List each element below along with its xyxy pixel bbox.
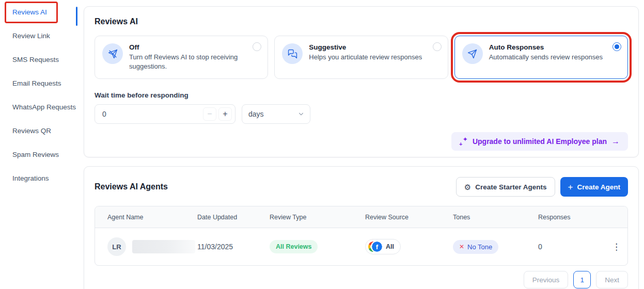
page-number-button[interactable]: 1 [573, 271, 591, 288]
chevron-down-icon [297, 110, 305, 118]
sidebar-item-spam-reviews[interactable]: Spam Reviews [12, 150, 78, 160]
create-starter-agents-button[interactable]: ⚙ Create Starter Agents [456, 177, 555, 197]
increment-button[interactable]: + [218, 107, 232, 121]
tone-value: No Tone [467, 243, 492, 251]
mode-description: Automatically sends review responses [489, 53, 616, 62]
sidebar-item-review-link[interactable]: Review Link [12, 31, 78, 41]
wait-time-controls: − + days [95, 104, 628, 124]
plus-icon: + [568, 183, 573, 191]
sidebar-item-sms-requests[interactable]: SMS Requests [12, 55, 78, 65]
review-source-value: All [386, 243, 394, 250]
active-section-indicator [76, 7, 77, 26]
decrement-button[interactable]: − [203, 107, 216, 121]
review-source-pill: f All [365, 239, 401, 254]
annotation-box-sidebar: Reviews AI [5, 2, 58, 23]
page-title: Reviews AI [95, 17, 628, 26]
sidebar-item-whatsapp-requests[interactable]: WhatsApp Requests [12, 102, 78, 113]
row-menu-kebab-icon[interactable]: ⋮ [608, 239, 625, 254]
col-date-updated: Date Updated [197, 214, 270, 221]
wait-time-input[interactable] [101, 109, 203, 119]
reviews-ai-agents-card: Reviews AI Agents ⚙ Create Starter Agent… [84, 166, 639, 289]
col-responses: Responses [538, 214, 605, 221]
col-review-type: Review Type [270, 214, 365, 221]
arrow-right-icon: → [611, 137, 620, 146]
wait-time-label: Wait time before responding [95, 91, 628, 99]
next-page-button[interactable]: Next [596, 271, 628, 288]
agents-title: Reviews AI Agents [95, 182, 168, 191]
upgrade-plan-button[interactable]: +✦ Upgrade to unlimited AI Employee plan… [451, 132, 628, 151]
agents-table-header: Agent Name Date Updated Review Type Revi… [95, 206, 627, 228]
mode-title: Suggestive [309, 43, 435, 51]
sparkle-icon: +✦ [460, 137, 468, 146]
previous-page-button[interactable]: Previous [524, 271, 569, 288]
mode-option-auto-responses[interactable]: Auto Responses Automatically sends revie… [454, 36, 628, 79]
mode-option-suggestive[interactable]: Suggestive Helps you articulate review r… [274, 36, 448, 79]
table-row[interactable]: LR 11/03/2025 All Reviews f All [95, 228, 627, 265]
sidebar-item-email-requests[interactable]: Email Requests [12, 78, 78, 89]
mode-description: Turn off Reviews AI to stop receiving su… [129, 53, 260, 71]
responses-value: 0 [538, 243, 605, 251]
wait-time-unit-select[interactable]: days [242, 104, 310, 124]
facebook-icon: f [372, 242, 382, 252]
radio-suggestive[interactable] [433, 42, 442, 51]
chat-bubbles-icon [282, 43, 303, 64]
send-off-icon [102, 43, 123, 64]
col-agent-name: Agent Name [95, 214, 197, 221]
review-type-badge: All Reviews [270, 240, 318, 253]
mode-options: Off Turn off Reviews AI to stop receivin… [95, 36, 628, 79]
mode-title: Off [129, 43, 260, 51]
sidebar-item-integrations[interactable]: Integrations [12, 173, 78, 184]
send-icon [462, 43, 483, 64]
pagination: Previous 1 Next [95, 271, 628, 288]
agents-table: Agent Name Date Updated Review Type Revi… [95, 206, 628, 266]
mode-option-off[interactable]: Off Turn off Reviews AI to stop receivin… [95, 36, 268, 79]
create-agent-button[interactable]: + Create Agent [560, 177, 628, 197]
col-tones: Tones [453, 214, 538, 221]
sidebar-item-reviews-qr[interactable]: Reviews QR [12, 126, 78, 136]
reviews-ai-card: Reviews AI Off Turn off Reviews AI to st… [84, 6, 639, 157]
mode-title: Auto Responses [489, 43, 616, 51]
radio-auto-responses[interactable] [612, 42, 621, 51]
settings-sidebar: Reviews AI Review Link SMS Requests Emai… [0, 7, 78, 184]
reviews-settings-page: Reviews AI Review Link SMS Requests Emai… [0, 0, 644, 289]
gear-icon: ⚙ [464, 183, 471, 191]
upgrade-label: Upgrade to unlimited AI Employee plan [473, 137, 607, 146]
x-icon: ✕ [459, 243, 464, 250]
date-updated-value: 11/03/2025 [197, 243, 270, 251]
sidebar-item-reviews-ai[interactable]: Reviews AI [12, 7, 47, 18]
col-review-source: Review Source [365, 214, 453, 221]
agent-name-redacted [132, 240, 195, 253]
tone-badge: ✕ No Tone [453, 240, 498, 254]
mode-description: Helps you articulate review responses [309, 53, 435, 62]
avatar: LR [107, 237, 126, 256]
selected-unit: days [248, 110, 264, 118]
wait-time-stepper: − + [95, 104, 235, 124]
